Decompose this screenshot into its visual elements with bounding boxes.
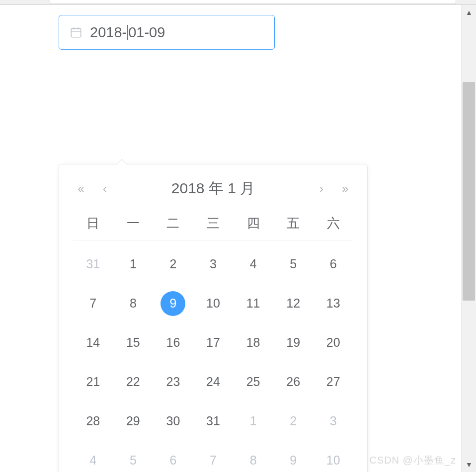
- prev-month-button[interactable]: ‹: [98, 182, 112, 196]
- day-cell[interactable]: 6: [313, 257, 353, 271]
- day-number: 9: [290, 453, 297, 468]
- day-cell[interactable]: 9: [273, 453, 314, 468]
- day-number: 1: [250, 414, 257, 428]
- day-cell[interactable]: 18: [233, 335, 273, 350]
- day-cell[interactable]: 1: [113, 257, 154, 271]
- day-number: 27: [326, 375, 340, 389]
- day-cell[interactable]: 10: [313, 453, 353, 468]
- day-cell[interactable]: 22: [113, 375, 154, 389]
- day-cell[interactable]: 3: [193, 257, 234, 271]
- day-number: 6: [330, 257, 337, 271]
- nav-left: « ‹: [74, 182, 112, 196]
- day-number: 31: [206, 414, 220, 428]
- day-cell[interactable]: 12: [273, 296, 314, 311]
- day-number: 12: [286, 296, 300, 311]
- prev-year-button[interactable]: «: [74, 182, 88, 196]
- day-number: 10: [326, 453, 340, 468]
- day-cell[interactable]: 4: [233, 257, 273, 271]
- day-number: 7: [210, 453, 217, 468]
- day-cell[interactable]: 13: [313, 296, 353, 311]
- day-cell[interactable]: 23: [153, 375, 193, 389]
- weekday-fri: 五: [273, 215, 314, 232]
- days-grid: 3112345678910111213141516171819202122232…: [73, 244, 353, 472]
- day-number: 24: [206, 375, 220, 389]
- scroll-up-button[interactable]: ▲: [462, 5, 476, 20]
- day-cell[interactable]: 19: [273, 335, 314, 350]
- day-number: 29: [126, 414, 140, 428]
- day-number: 2: [290, 414, 297, 428]
- day-cell[interactable]: 3: [313, 414, 353, 428]
- picker-title[interactable]: 2018 年 1 月: [171, 178, 255, 199]
- day-cell[interactable]: 21: [73, 375, 113, 389]
- day-number: 3: [210, 257, 217, 271]
- day-number: 31: [86, 257, 100, 271]
- date-value[interactable]: 2018-01-09: [90, 24, 165, 41]
- day-cell[interactable]: 2: [153, 257, 193, 271]
- day-cell[interactable]: 17: [193, 335, 234, 350]
- day-cell[interactable]: 29: [113, 414, 154, 428]
- day-cell[interactable]: 25: [233, 375, 273, 389]
- day-cell[interactable]: 16: [153, 335, 193, 350]
- weekday-mon: 一: [113, 215, 154, 232]
- day-cell[interactable]: 27: [313, 375, 353, 389]
- day-number: 21: [86, 375, 100, 389]
- day-number: 2: [169, 257, 176, 271]
- day-cell[interactable]: 7: [193, 453, 234, 468]
- day-cell[interactable]: 31: [73, 257, 113, 271]
- days-row: 78910111213: [73, 284, 353, 323]
- day-cell[interactable]: 1: [233, 414, 273, 428]
- day-cell[interactable]: 2: [273, 414, 314, 428]
- day-cell[interactable]: 7: [73, 296, 113, 311]
- date-picker-popover: « ‹ 2018 年 1 月 › » 日 一 二 三 四 五 六 3112345…: [59, 164, 368, 472]
- days-row: 28293031123: [73, 401, 353, 441]
- days-row: 14151617181920: [73, 323, 353, 362]
- weekday-sun: 日: [73, 215, 113, 232]
- day-number: 26: [286, 375, 300, 389]
- day-cell[interactable]: 8: [233, 453, 273, 468]
- days-row: 21222324252627: [73, 362, 353, 401]
- day-cell[interactable]: 15: [113, 335, 154, 350]
- day-number: 4: [250, 257, 257, 271]
- day-cell[interactable]: 31: [193, 414, 234, 428]
- day-cell[interactable]: 6: [153, 453, 193, 468]
- day-cell[interactable]: 9: [153, 291, 193, 316]
- next-year-button[interactable]: »: [338, 182, 352, 196]
- day-cell[interactable]: 8: [113, 296, 154, 311]
- day-cell[interactable]: 24: [193, 375, 234, 389]
- day-number: 5: [290, 257, 297, 271]
- day-cell[interactable]: 11: [233, 296, 273, 311]
- day-cell[interactable]: 10: [193, 296, 234, 311]
- address-bar[interactable]: [50, 0, 456, 4]
- calendar-table: 日 一 二 三 四 五 六 31123456789101112131415161…: [59, 209, 367, 472]
- date-input[interactable]: 2018-01-09: [59, 15, 275, 50]
- day-cell[interactable]: 4: [73, 453, 113, 468]
- day-cell[interactable]: 30: [153, 414, 193, 428]
- value-after: 01-09: [128, 24, 165, 41]
- scroll-thumb[interactable]: [463, 82, 475, 301]
- day-number: 7: [89, 296, 96, 311]
- day-number: 13: [326, 296, 340, 311]
- scroll-down-button[interactable]: ▼: [462, 457, 476, 472]
- day-number: 17: [206, 335, 220, 350]
- picker-header: « ‹ 2018 年 1 月 › »: [59, 164, 367, 209]
- nav-right: › »: [315, 182, 352, 196]
- day-number: 30: [166, 414, 180, 428]
- calendar-icon: [69, 25, 83, 39]
- value-before: 2018-: [90, 24, 127, 41]
- day-number: 28: [86, 414, 100, 428]
- day-number: 18: [246, 335, 260, 350]
- day-cell[interactable]: 5: [113, 453, 154, 468]
- day-cell[interactable]: 26: [273, 375, 314, 389]
- day-cell[interactable]: 20: [313, 335, 353, 350]
- day-cell[interactable]: 14: [73, 335, 113, 350]
- day-cell[interactable]: 5: [273, 257, 314, 271]
- day-cell[interactable]: 28: [73, 414, 113, 428]
- day-number: 9: [160, 291, 185, 316]
- day-number: 15: [126, 335, 140, 350]
- scrollbar[interactable]: ▲ ▼: [461, 5, 476, 472]
- days-row: 45678910: [73, 441, 353, 472]
- day-number: 19: [286, 335, 300, 350]
- days-row: 31123456: [73, 244, 353, 284]
- day-number: 3: [330, 414, 337, 428]
- next-month-button[interactable]: ›: [315, 182, 328, 196]
